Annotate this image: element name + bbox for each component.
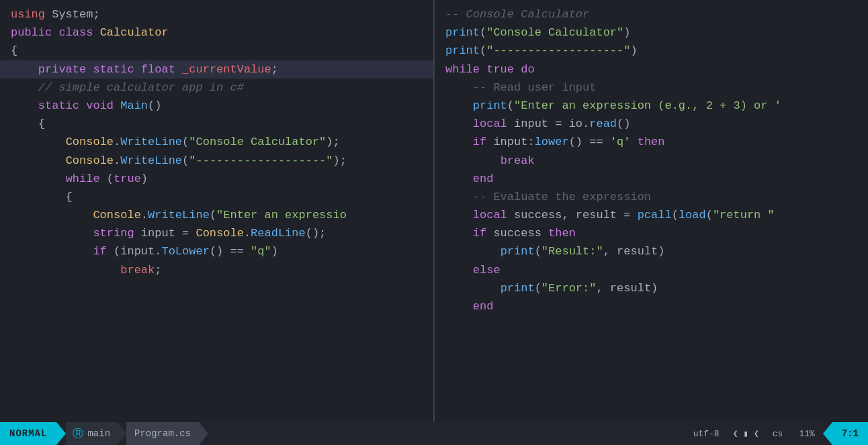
token: "q" xyxy=(251,245,271,258)
token: "Console Calculator" xyxy=(486,26,623,39)
status-encoding: utf-8 xyxy=(685,429,728,439)
token: -- Evaluate the expression xyxy=(473,191,651,203)
code-line: print("Enter an expression (e.g., 2 + 3)… xyxy=(435,97,868,115)
token: "Result:" xyxy=(541,245,603,258)
token: ; xyxy=(155,264,161,277)
token: static xyxy=(38,99,79,112)
token xyxy=(514,63,521,76)
token xyxy=(445,191,473,203)
token: { xyxy=(11,191,73,203)
token: do xyxy=(521,63,534,76)
token: ) xyxy=(141,172,148,185)
token xyxy=(11,209,93,221)
token xyxy=(445,227,473,240)
code-line: { xyxy=(0,188,433,206)
token: input: xyxy=(486,136,534,148)
token xyxy=(11,227,93,240)
code-line: print("Console Calculator") xyxy=(435,23,868,42)
token: , result) xyxy=(596,282,658,295)
token: () xyxy=(617,117,630,130)
token xyxy=(114,99,120,112)
status-icons: ❮ ▮ ❮ xyxy=(728,428,765,439)
code-line: -- Read user input xyxy=(435,79,868,97)
token: ( xyxy=(480,44,486,57)
token: ( xyxy=(182,136,189,148)
token xyxy=(134,63,141,76)
token xyxy=(445,99,473,112)
code-line: else xyxy=(435,261,868,279)
code-line: print("Result:", result) xyxy=(435,242,868,260)
code-line: Console.WriteLine("Console Calculator"); xyxy=(0,133,433,151)
token: print xyxy=(473,99,507,112)
token xyxy=(93,26,99,39)
token: ) xyxy=(623,26,630,39)
token: _currentValue xyxy=(182,63,271,76)
token xyxy=(445,282,501,295)
token: void xyxy=(86,99,114,112)
token: pcall xyxy=(638,209,672,221)
token: Console xyxy=(66,154,114,167)
code-line: public class Calculator xyxy=(0,23,433,42)
status-mode-arrow xyxy=(56,422,66,445)
token xyxy=(11,63,38,76)
token: "Console Calculator" xyxy=(189,136,326,148)
left-pane: using System;public class Calculator{ pr… xyxy=(0,0,435,422)
token: "-------------------" xyxy=(486,44,630,57)
token: . xyxy=(244,227,251,240)
token: . xyxy=(114,136,120,148)
token: "Error:" xyxy=(541,282,597,295)
code-line: break xyxy=(435,152,868,170)
status-mode: NORMAL xyxy=(0,422,56,445)
status-pos-arrow xyxy=(823,422,832,445)
status-right: utf-8 ❮ ▮ ❮ cs 11% 7:1 xyxy=(685,422,868,445)
token xyxy=(11,136,66,148)
code-line: -- Console Calculator xyxy=(435,5,868,23)
code-line: Console.WriteLine("-------------------")… xyxy=(0,152,433,170)
token: if xyxy=(473,136,486,148)
token: // simple calculator app in c# xyxy=(38,81,244,94)
token xyxy=(11,154,66,167)
code-line: // simple calculator app in c# xyxy=(0,79,433,97)
token: success, result = xyxy=(507,209,638,221)
token: if xyxy=(93,245,106,258)
token xyxy=(445,154,501,167)
token: , result) xyxy=(603,245,665,258)
token: WriteLine xyxy=(120,154,182,167)
token: print xyxy=(445,26,480,39)
token xyxy=(79,99,86,112)
token: end xyxy=(473,172,494,185)
token: read xyxy=(589,117,617,130)
token: -- Read user input xyxy=(473,81,597,94)
token: print xyxy=(501,282,535,295)
token: . xyxy=(114,154,120,167)
token xyxy=(445,172,473,185)
status-percent: 11% xyxy=(791,429,822,439)
status-branch-section: Ⓡ main xyxy=(66,422,117,445)
status-branch-arrow xyxy=(117,422,126,445)
code-line: -- Evaluate the expression xyxy=(435,188,868,206)
code-line: if success then xyxy=(435,224,868,242)
token: print xyxy=(501,245,535,258)
token: class xyxy=(58,26,93,39)
status-file: Program.cs xyxy=(134,428,191,439)
token: System; xyxy=(45,8,100,21)
token: static xyxy=(93,63,134,76)
code-line: private static float _currentValue; xyxy=(0,60,433,79)
code-line: { xyxy=(0,115,433,133)
token xyxy=(445,300,473,313)
token: { xyxy=(11,44,17,57)
status-bar: NORMAL Ⓡ main Program.cs utf-8 ❮ ▮ ❮ cs … xyxy=(0,422,868,445)
token: local xyxy=(473,117,507,130)
token xyxy=(480,63,486,76)
token: Main xyxy=(120,99,148,112)
token: ) xyxy=(271,245,278,258)
token xyxy=(175,63,182,76)
token xyxy=(52,26,58,39)
code-line: while (true) xyxy=(0,170,433,188)
token: ; xyxy=(271,63,278,76)
token xyxy=(445,117,473,130)
token: using xyxy=(11,8,45,21)
token: while xyxy=(445,63,480,76)
token: WriteLine xyxy=(148,209,210,221)
token: ( xyxy=(100,172,114,185)
